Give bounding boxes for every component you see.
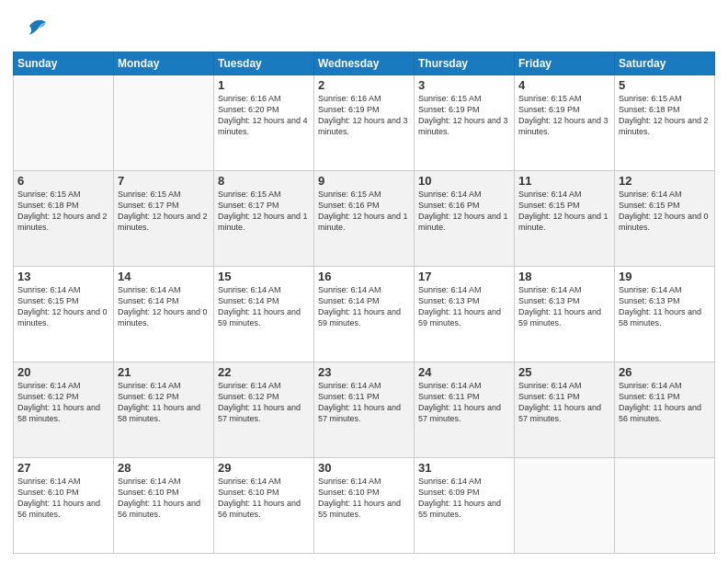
- calendar-cell: 9Sunrise: 6:15 AM Sunset: 6:16 PM Daylig…: [314, 171, 415, 267]
- calendar-week-row: 20Sunrise: 6:14 AM Sunset: 6:12 PM Dayli…: [14, 362, 715, 458]
- day-info: Sunrise: 6:14 AM Sunset: 6:13 PM Dayligh…: [619, 284, 711, 329]
- day-number: 27: [17, 461, 109, 475]
- calendar-cell: 24Sunrise: 6:14 AM Sunset: 6:11 PM Dayli…: [415, 362, 515, 458]
- calendar-cell: 8Sunrise: 6:15 AM Sunset: 6:17 PM Daylig…: [214, 171, 314, 267]
- calendar-cell: [615, 458, 715, 554]
- calendar-cell: 15Sunrise: 6:14 AM Sunset: 6:14 PM Dayli…: [214, 267, 314, 362]
- calendar-cell: [14, 75, 114, 171]
- calendar-cell: 29Sunrise: 6:14 AM Sunset: 6:10 PM Dayli…: [214, 458, 314, 554]
- day-number: 15: [218, 270, 310, 283]
- day-number: 13: [17, 270, 109, 283]
- calendar-week-row: 13Sunrise: 6:14 AM Sunset: 6:15 PM Dayli…: [14, 267, 715, 362]
- calendar-cell: 26Sunrise: 6:14 AM Sunset: 6:11 PM Dayli…: [615, 362, 715, 458]
- calendar-header-row: SundayMondayTuesdayWednesdayThursdayFrid…: [14, 52, 715, 75]
- day-info: Sunrise: 6:14 AM Sunset: 6:15 PM Dayligh…: [17, 284, 109, 329]
- calendar-cell: 18Sunrise: 6:14 AM Sunset: 6:13 PM Dayli…: [515, 267, 615, 362]
- day-number: 17: [418, 270, 510, 283]
- day-info: Sunrise: 6:15 AM Sunset: 6:17 PM Dayligh…: [218, 189, 310, 234]
- day-info: Sunrise: 6:14 AM Sunset: 6:12 PM Dayligh…: [218, 380, 310, 425]
- calendar-cell: 5Sunrise: 6:15 AM Sunset: 6:18 PM Daylig…: [615, 75, 715, 171]
- day-info: Sunrise: 6:14 AM Sunset: 6:11 PM Dayligh…: [318, 380, 410, 425]
- day-number: 10: [418, 174, 510, 188]
- day-number: 14: [118, 270, 210, 283]
- calendar-cell: 11Sunrise: 6:14 AM Sunset: 6:15 PM Dayli…: [515, 171, 615, 267]
- calendar-cell: 2Sunrise: 6:16 AM Sunset: 6:19 PM Daylig…: [314, 75, 415, 171]
- calendar-cell: 12Sunrise: 6:14 AM Sunset: 6:15 PM Dayli…: [615, 171, 715, 267]
- calendar-cell: 21Sunrise: 6:14 AM Sunset: 6:12 PM Dayli…: [114, 362, 214, 458]
- day-info: Sunrise: 6:14 AM Sunset: 6:12 PM Dayligh…: [118, 380, 210, 425]
- calendar-cell: 16Sunrise: 6:14 AM Sunset: 6:14 PM Dayli…: [314, 267, 415, 362]
- day-number: 3: [418, 78, 510, 92]
- page: SundayMondayTuesdayWednesdayThursdayFrid…: [0, 0, 728, 563]
- day-number: 16: [318, 270, 410, 283]
- calendar-cell: 27Sunrise: 6:14 AM Sunset: 6:10 PM Dayli…: [14, 458, 114, 554]
- calendar-cell: 30Sunrise: 6:14 AM Sunset: 6:10 PM Dayli…: [314, 458, 415, 554]
- calendar-week-row: 27Sunrise: 6:14 AM Sunset: 6:10 PM Dayli…: [14, 458, 715, 554]
- day-number: 24: [418, 365, 510, 379]
- day-number: 31: [418, 461, 510, 475]
- calendar-cell: 6Sunrise: 6:15 AM Sunset: 6:18 PM Daylig…: [14, 171, 114, 267]
- day-number: 29: [218, 461, 310, 475]
- day-number: 18: [518, 270, 610, 283]
- day-info: Sunrise: 6:14 AM Sunset: 6:14 PM Dayligh…: [218, 284, 310, 329]
- calendar-cell: 28Sunrise: 6:14 AM Sunset: 6:10 PM Dayli…: [114, 458, 214, 554]
- day-info: Sunrise: 6:15 AM Sunset: 6:18 PM Dayligh…: [619, 93, 711, 138]
- calendar-cell: 14Sunrise: 6:14 AM Sunset: 6:14 PM Dayli…: [114, 267, 214, 362]
- day-info: Sunrise: 6:14 AM Sunset: 6:16 PM Dayligh…: [418, 189, 510, 234]
- day-info: Sunrise: 6:14 AM Sunset: 6:10 PM Dayligh…: [318, 476, 410, 521]
- day-number: 6: [17, 174, 109, 188]
- calendar-week-row: 6Sunrise: 6:15 AM Sunset: 6:18 PM Daylig…: [14, 171, 715, 267]
- day-header-sunday: Sunday: [14, 52, 114, 75]
- calendar-cell: 20Sunrise: 6:14 AM Sunset: 6:12 PM Dayli…: [14, 362, 114, 458]
- day-number: 30: [318, 461, 410, 475]
- day-info: Sunrise: 6:14 AM Sunset: 6:12 PM Dayligh…: [17, 380, 109, 425]
- calendar-cell: 4Sunrise: 6:15 AM Sunset: 6:19 PM Daylig…: [515, 75, 615, 171]
- day-info: Sunrise: 6:15 AM Sunset: 6:16 PM Dayligh…: [318, 189, 410, 234]
- day-number: 25: [518, 365, 610, 379]
- calendar-cell: 19Sunrise: 6:14 AM Sunset: 6:13 PM Dayli…: [615, 267, 715, 362]
- day-info: Sunrise: 6:16 AM Sunset: 6:19 PM Dayligh…: [318, 93, 410, 138]
- day-number: 8: [218, 174, 310, 188]
- calendar-cell: 31Sunrise: 6:14 AM Sunset: 6:09 PM Dayli…: [415, 458, 515, 554]
- calendar-cell: 10Sunrise: 6:14 AM Sunset: 6:16 PM Dayli…: [415, 171, 515, 267]
- day-number: 20: [17, 365, 109, 379]
- day-info: Sunrise: 6:14 AM Sunset: 6:11 PM Dayligh…: [518, 380, 610, 425]
- day-info: Sunrise: 6:16 AM Sunset: 6:20 PM Dayligh…: [218, 93, 310, 138]
- day-number: 26: [619, 365, 711, 379]
- day-number: 5: [619, 78, 711, 92]
- day-info: Sunrise: 6:14 AM Sunset: 6:10 PM Dayligh…: [17, 476, 109, 521]
- calendar-cell: [114, 75, 214, 171]
- calendar-cell: [515, 458, 615, 554]
- calendar-cell: 7Sunrise: 6:15 AM Sunset: 6:17 PM Daylig…: [114, 171, 214, 267]
- calendar-cell: 13Sunrise: 6:14 AM Sunset: 6:15 PM Dayli…: [14, 267, 114, 362]
- day-header-monday: Monday: [114, 52, 214, 75]
- day-info: Sunrise: 6:14 AM Sunset: 6:15 PM Dayligh…: [518, 189, 610, 234]
- day-number: 2: [318, 78, 410, 92]
- calendar-cell: 25Sunrise: 6:14 AM Sunset: 6:11 PM Dayli…: [515, 362, 615, 458]
- day-info: Sunrise: 6:14 AM Sunset: 6:09 PM Dayligh…: [418, 476, 510, 521]
- day-info: Sunrise: 6:14 AM Sunset: 6:11 PM Dayligh…: [418, 380, 510, 425]
- day-info: Sunrise: 6:14 AM Sunset: 6:14 PM Dayligh…: [118, 284, 210, 329]
- day-info: Sunrise: 6:14 AM Sunset: 6:14 PM Dayligh…: [318, 284, 410, 329]
- logo: [13, 9, 53, 46]
- day-info: Sunrise: 6:14 AM Sunset: 6:11 PM Dayligh…: [619, 380, 711, 425]
- day-number: 22: [218, 365, 310, 379]
- day-number: 9: [318, 174, 410, 188]
- calendar-week-row: 1Sunrise: 6:16 AM Sunset: 6:20 PM Daylig…: [14, 75, 715, 171]
- day-header-tuesday: Tuesday: [214, 52, 314, 75]
- day-info: Sunrise: 6:14 AM Sunset: 6:13 PM Dayligh…: [518, 284, 610, 329]
- day-info: Sunrise: 6:15 AM Sunset: 6:18 PM Dayligh…: [17, 189, 109, 234]
- header: [13, 9, 715, 46]
- calendar-table: SundayMondayTuesdayWednesdayThursdayFrid…: [13, 52, 715, 554]
- day-number: 19: [619, 270, 711, 283]
- calendar-cell: 17Sunrise: 6:14 AM Sunset: 6:13 PM Dayli…: [415, 267, 515, 362]
- day-number: 28: [118, 461, 210, 475]
- day-info: Sunrise: 6:14 AM Sunset: 6:10 PM Dayligh…: [218, 476, 310, 521]
- calendar-cell: 23Sunrise: 6:14 AM Sunset: 6:11 PM Dayli…: [314, 362, 415, 458]
- day-header-saturday: Saturday: [615, 52, 715, 75]
- day-header-thursday: Thursday: [415, 52, 515, 75]
- day-info: Sunrise: 6:14 AM Sunset: 6:15 PM Dayligh…: [619, 189, 711, 234]
- day-info: Sunrise: 6:15 AM Sunset: 6:17 PM Dayligh…: [118, 189, 210, 234]
- day-number: 4: [518, 78, 610, 92]
- day-number: 11: [518, 174, 610, 188]
